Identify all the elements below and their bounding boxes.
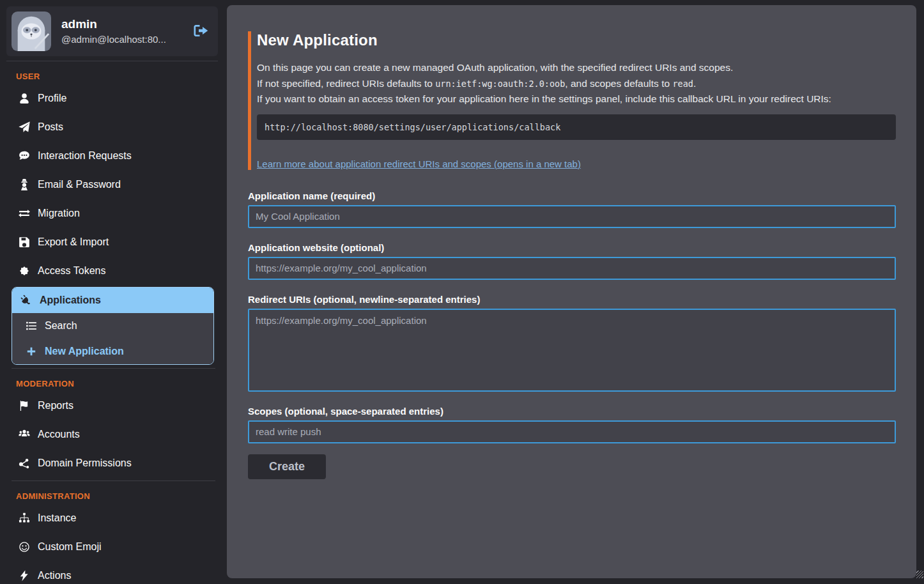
- user-secret-icon: [18, 179, 31, 190]
- scopes-field-group: Scopes (optional, space-separated entrie…: [248, 406, 896, 443]
- sidebar-item-label: Migration: [38, 206, 80, 220]
- sidebar-item-reports[interactable]: Reports: [0, 391, 227, 420]
- sidebar-item-label: New Application: [45, 344, 124, 358]
- section-title-administration: ADMINISTRATION: [16, 491, 227, 501]
- redirect-uris-field-group: Redirect URIs (optional, newline-separat…: [248, 294, 896, 392]
- sidebar-item-label: Reports: [38, 398, 73, 413]
- redirect-uris-label: Redirect URIs (optional, newline-separat…: [248, 294, 896, 305]
- user-handle: @admin@localhost:80...: [61, 33, 166, 46]
- sitemap-icon: [18, 512, 31, 524]
- inline-code-oob: urn:ietf:wg:oauth:2.0:oob: [435, 79, 565, 89]
- user-icon: [18, 93, 31, 104]
- sidebar-item-label: Email & Password: [38, 177, 121, 192]
- scopes-input[interactable]: [248, 420, 896, 443]
- sidebar-item-label: Access Tokens: [38, 263, 105, 278]
- settings-sidebar: admin @admin@localhost:80... USER Profil…: [0, 0, 227, 584]
- floppy-disk-icon: [18, 236, 31, 248]
- sidebar-item-label: Search: [45, 318, 77, 333]
- section-title-user: USER: [16, 72, 227, 81]
- page-title: New Application: [257, 31, 896, 49]
- description-line-1: On this page you can create a new manage…: [257, 60, 896, 76]
- application-website-input[interactable]: [248, 257, 896, 280]
- application-website-field-group: Application website (optional): [248, 242, 896, 280]
- sidebar-item-label: Interaction Requests: [38, 148, 132, 163]
- plug-icon: [20, 295, 33, 306]
- sidebar-item-new-application[interactable]: New Application: [12, 339, 213, 364]
- applications-submenu: Search New Application: [12, 313, 213, 364]
- paper-plane-icon: [18, 121, 31, 133]
- exchange-icon: [18, 208, 31, 219]
- sidebar-item-applications[interactable]: Applications: [12, 288, 213, 313]
- sidebar-item-label: Actions: [38, 568, 71, 583]
- sidebar-item-label: Export & Import: [38, 234, 109, 249]
- resize-grip[interactable]: [916, 571, 923, 578]
- scopes-label: Scopes (optional, space-separated entrie…: [248, 406, 896, 417]
- sidebar-item-domain-permissions[interactable]: Domain Permissions: [0, 449, 227, 477]
- new-application-info: New Application On this page you can cre…: [248, 31, 896, 170]
- sidebar-item-posts[interactable]: Posts: [0, 112, 227, 141]
- sidebar-item-actions[interactable]: Actions: [0, 561, 227, 584]
- new-application-panel: New Application On this page you can cre…: [227, 5, 916, 578]
- smile-icon: [18, 541, 31, 553]
- create-button[interactable]: Create: [248, 454, 326, 479]
- share-nodes-icon: [18, 457, 31, 469]
- sidebar-item-interaction-requests[interactable]: Interaction Requests: [0, 141, 227, 170]
- sidebar-item-label: Accounts: [38, 427, 80, 442]
- user-names: admin @admin@localhost:80...: [61, 17, 166, 46]
- user-card: admin @admin@localhost:80...: [6, 6, 218, 56]
- description-line-2: If not specified, redirect URIs defaults…: [257, 76, 896, 92]
- new-application-form: Application name (required) Application …: [248, 190, 896, 479]
- application-name-input[interactable]: [248, 205, 896, 228]
- application-website-label: Application website (optional): [248, 242, 896, 253]
- description-line-3: If you want to obtain an access token fo…: [257, 91, 896, 107]
- sidebar-item-custom-emoji[interactable]: Custom Emoji: [0, 532, 227, 561]
- comment-dots-icon: [18, 150, 31, 162]
- sidebar-item-label: Domain Permissions: [38, 456, 132, 470]
- sidebar-item-label: Applications: [40, 293, 101, 307]
- bolt-icon: [18, 570, 31, 581]
- sidebar-item-applications-search[interactable]: Search: [12, 313, 213, 339]
- list-icon: [25, 320, 38, 332]
- sign-out-icon: [192, 23, 209, 40]
- application-name-field-group: Application name (required): [248, 190, 896, 228]
- sidebar-item-label: Posts: [38, 119, 63, 134]
- users-icon: [18, 429, 31, 440]
- sloth-avatar: [12, 12, 51, 51]
- certificate-icon: [18, 265, 31, 277]
- sidebar-item-label: Profile: [38, 91, 66, 105]
- sidebar-item-accounts[interactable]: Accounts: [0, 420, 227, 449]
- applications-menu-block: Applications Search New Application: [12, 287, 214, 365]
- sidebar-divider: [12, 480, 215, 481]
- sidebar-item-access-tokens[interactable]: Access Tokens: [0, 256, 227, 285]
- sidebar-divider: [6, 61, 218, 61]
- sidebar-item-export-import[interactable]: Export & Import: [0, 227, 227, 256]
- plus-icon: [25, 346, 38, 357]
- sidebar-divider: [12, 368, 215, 369]
- redirect-uris-textarea[interactable]: [248, 309, 896, 392]
- sidebar-item-migration[interactable]: Migration: [0, 199, 227, 227]
- inline-code-read: read: [672, 79, 693, 89]
- section-title-moderation: MODERATION: [16, 379, 227, 388]
- sidebar-item-email-password[interactable]: Email & Password: [0, 170, 227, 199]
- username: admin: [61, 17, 166, 33]
- flag-icon: [18, 400, 31, 411]
- callback-url-code-block: http://localhost:8080/settings/user/appl…: [257, 114, 896, 140]
- sidebar-item-profile[interactable]: Profile: [0, 84, 227, 112]
- sign-out-button[interactable]: [192, 23, 209, 40]
- application-name-label: Application name (required): [248, 190, 896, 201]
- sidebar-item-instance[interactable]: Instance: [0, 503, 227, 532]
- sidebar-item-label: Custom Emoji: [38, 539, 102, 554]
- learn-more-link[interactable]: Learn more about application redirect UR…: [257, 158, 581, 169]
- sidebar-item-label: Instance: [38, 511, 76, 525]
